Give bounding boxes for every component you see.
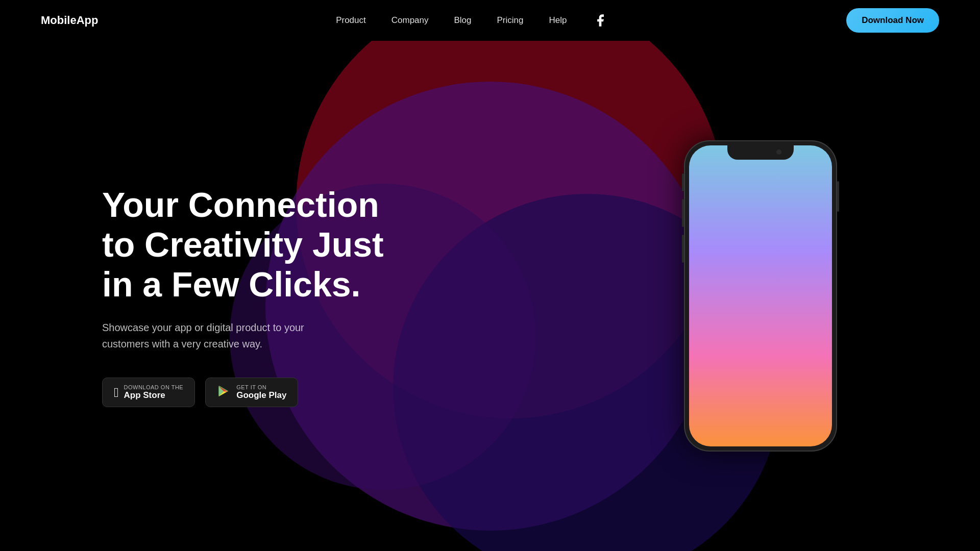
navbar: MobileApp Product Company Blog Pricing H… (0, 0, 980, 41)
phone-volume-up-button (682, 199, 684, 227)
google-play-large-label: Google Play (236, 390, 286, 400)
hero-content: Your Connection to Creativity Just in a … (102, 185, 408, 408)
app-store-large-label: App Store (124, 390, 184, 400)
hero-section: Your Connection to Creativity Just in a … (0, 41, 980, 551)
phone-screen (689, 145, 832, 446)
hero-subtitle: Showcase your app or digital product to … (102, 319, 322, 352)
phone-notch (727, 145, 794, 160)
brand-logo[interactable]: MobileApp (41, 14, 98, 27)
app-store-button[interactable]:  Download on the App Store (102, 378, 195, 407)
google-play-button[interactable]: GET IT ON Google Play (205, 378, 298, 407)
facebook-icon[interactable] (592, 12, 608, 29)
nav-item-pricing[interactable]: Pricing (497, 15, 524, 26)
nav-link-help[interactable]: Help (549, 15, 567, 25)
nav-item-facebook[interactable] (592, 12, 608, 29)
nav-item-company[interactable]: Company (391, 15, 429, 26)
phone-mockup (684, 140, 837, 452)
phone-volume-down-button (682, 235, 684, 263)
apple-icon:  (114, 385, 119, 400)
nav-link-pricing[interactable]: Pricing (497, 15, 524, 25)
app-store-small-label: Download on the (124, 384, 184, 390)
phone-silent-button (682, 173, 684, 191)
google-play-small-label: GET IT ON (236, 384, 286, 390)
nav-links: Product Company Blog Pricing Help (336, 12, 608, 29)
nav-link-product[interactable]: Product (336, 15, 366, 25)
nav-item-help[interactable]: Help (549, 15, 567, 26)
hero-title: Your Connection to Creativity Just in a … (102, 185, 408, 305)
nav-link-company[interactable]: Company (391, 15, 429, 25)
google-play-text: GET IT ON Google Play (236, 384, 286, 400)
nav-link-blog[interactable]: Blog (454, 15, 472, 25)
phone-power-button (837, 181, 839, 212)
google-play-icon (217, 384, 231, 400)
phone-camera (776, 149, 781, 155)
app-store-text: Download on the App Store (124, 384, 184, 400)
download-now-button[interactable]: Download Now (846, 8, 939, 33)
store-buttons:  Download on the App Store (102, 378, 408, 407)
phone-outer-frame (684, 140, 837, 452)
nav-item-blog[interactable]: Blog (454, 15, 472, 26)
nav-item-product[interactable]: Product (336, 15, 366, 26)
